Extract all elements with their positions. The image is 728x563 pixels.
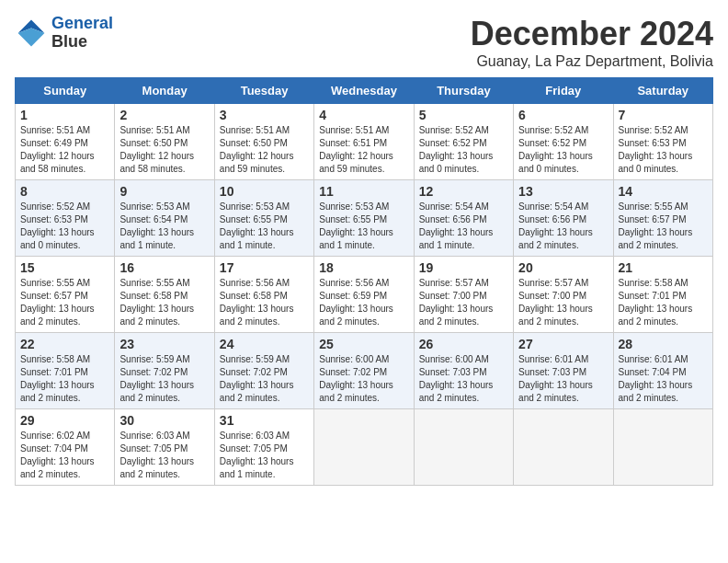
day-number: 17 — [220, 260, 309, 275]
day-number: 7 — [619, 108, 708, 122]
day-number: 30 — [119, 413, 209, 428]
day-info: Sunrise: 5:52 AMSunset: 6:52 PMDaylight:… — [419, 124, 508, 176]
calendar-cell: 17Sunrise: 5:56 AMSunset: 6:58 PMDayligh… — [214, 257, 313, 333]
calendar-cell: 8Sunrise: 5:52 AMSunset: 6:53 PMDaylight… — [16, 180, 115, 257]
calendar-cell: 24Sunrise: 5:59 AMSunset: 7:02 PMDayligh… — [214, 333, 313, 409]
day-info: Sunrise: 5:55 AMSunset: 6:57 PMDaylight:… — [619, 201, 708, 252]
calendar-cell: 28Sunrise: 6:01 AMSunset: 7:04 PMDayligh… — [613, 333, 712, 409]
day-number: 26 — [419, 337, 508, 351]
day-number: 28 — [619, 337, 708, 351]
day-number: 24 — [220, 337, 309, 351]
day-info: Sunrise: 5:51 AMSunset: 6:49 PMDaylight:… — [20, 124, 109, 176]
calendar-cell: 26Sunrise: 6:00 AMSunset: 7:03 PMDayligh… — [414, 333, 513, 409]
day-info: Sunrise: 5:53 AMSunset: 6:54 PMDaylight:… — [119, 201, 209, 252]
day-info: Sunrise: 5:56 AMSunset: 6:58 PMDaylight:… — [220, 277, 309, 328]
logo: General Blue — [15, 15, 113, 52]
day-info: Sunrise: 5:52 AMSunset: 6:53 PMDaylight:… — [619, 124, 708, 176]
calendar-cell: 6Sunrise: 5:52 AMSunset: 6:52 PMDaylight… — [514, 104, 613, 180]
day-number: 11 — [319, 184, 408, 199]
title-area: December 2024 Guanay, La Paz Department,… — [471, 15, 713, 70]
day-number: 22 — [20, 337, 109, 351]
calendar-cell: 12Sunrise: 5:54 AMSunset: 6:56 PMDayligh… — [414, 180, 513, 257]
day-info: Sunrise: 5:52 AMSunset: 6:52 PMDaylight:… — [518, 124, 608, 176]
day-number: 14 — [619, 184, 708, 199]
day-info: Sunrise: 5:53 AMSunset: 6:55 PMDaylight:… — [319, 201, 408, 252]
day-number: 16 — [119, 260, 209, 275]
calendar-week-1: 1Sunrise: 5:51 AMSunset: 6:49 PMDaylight… — [16, 104, 713, 180]
logo-text: General Blue — [51, 15, 113, 52]
day-number: 23 — [119, 337, 209, 351]
day-info: Sunrise: 6:00 AMSunset: 7:02 PMDaylight:… — [319, 353, 408, 405]
calendar-cell: 15Sunrise: 5:55 AMSunset: 6:57 PMDayligh… — [16, 257, 115, 333]
calendar-cell: 11Sunrise: 5:53 AMSunset: 6:55 PMDayligh… — [314, 180, 414, 257]
day-info: Sunrise: 5:51 AMSunset: 6:50 PMDaylight:… — [220, 124, 309, 176]
calendar-cell: 25Sunrise: 6:00 AMSunset: 7:02 PMDayligh… — [314, 333, 414, 409]
day-number: 19 — [419, 260, 508, 275]
day-info: Sunrise: 6:02 AMSunset: 7:04 PMDaylight:… — [20, 430, 109, 481]
calendar-cell: 22Sunrise: 5:58 AMSunset: 7:01 PMDayligh… — [16, 333, 115, 409]
day-number: 29 — [20, 413, 109, 428]
day-number: 4 — [319, 108, 408, 122]
day-info: Sunrise: 5:59 AMSunset: 7:02 PMDaylight:… — [220, 353, 309, 405]
calendar-cell: 14Sunrise: 5:55 AMSunset: 6:57 PMDayligh… — [613, 180, 712, 257]
day-number: 27 — [518, 337, 608, 351]
day-number: 12 — [419, 184, 508, 199]
col-sunday: Sunday — [16, 78, 115, 104]
calendar-cell — [514, 409, 613, 486]
calendar-cell: 7Sunrise: 5:52 AMSunset: 6:53 PMDaylight… — [613, 104, 712, 180]
day-info: Sunrise: 5:55 AMSunset: 6:57 PMDaylight:… — [20, 277, 109, 328]
col-friday: Friday — [514, 78, 613, 104]
day-info: Sunrise: 5:55 AMSunset: 6:58 PMDaylight:… — [119, 277, 209, 328]
day-info: Sunrise: 5:54 AMSunset: 6:56 PMDaylight:… — [518, 201, 608, 252]
calendar-cell: 19Sunrise: 5:57 AMSunset: 7:00 PMDayligh… — [414, 257, 513, 333]
day-info: Sunrise: 5:51 AMSunset: 6:51 PMDaylight:… — [319, 124, 408, 176]
day-info: Sunrise: 5:53 AMSunset: 6:55 PMDaylight:… — [220, 201, 309, 252]
calendar-cell: 2Sunrise: 5:51 AMSunset: 6:50 PMDaylight… — [115, 104, 214, 180]
day-info: Sunrise: 5:51 AMSunset: 6:50 PMDaylight:… — [119, 124, 209, 176]
calendar-cell: 20Sunrise: 5:57 AMSunset: 7:00 PMDayligh… — [514, 257, 613, 333]
calendar-cell: 9Sunrise: 5:53 AMSunset: 6:54 PMDaylight… — [115, 180, 214, 257]
calendar-cell: 16Sunrise: 5:55 AMSunset: 6:58 PMDayligh… — [115, 257, 214, 333]
day-info: Sunrise: 5:54 AMSunset: 6:56 PMDaylight:… — [419, 201, 508, 252]
calendar-body: 1Sunrise: 5:51 AMSunset: 6:49 PMDaylight… — [16, 104, 713, 486]
calendar-cell: 31Sunrise: 6:03 AMSunset: 7:05 PMDayligh… — [214, 409, 313, 486]
day-number: 25 — [319, 337, 408, 351]
calendar-header: Sunday Monday Tuesday Wednesday Thursday… — [16, 78, 713, 104]
day-number: 2 — [119, 108, 209, 122]
calendar-cell: 30Sunrise: 6:03 AMSunset: 7:05 PMDayligh… — [115, 409, 214, 486]
header: General Blue December 2024 Guanay, La Pa… — [15, 15, 713, 70]
day-number: 13 — [518, 184, 608, 199]
calendar-cell: 29Sunrise: 6:02 AMSunset: 7:04 PMDayligh… — [16, 409, 115, 486]
calendar-week-2: 8Sunrise: 5:52 AMSunset: 6:53 PMDaylight… — [16, 180, 713, 257]
col-wednesday: Wednesday — [314, 78, 414, 104]
day-number: 5 — [419, 108, 508, 122]
calendar-cell: 4Sunrise: 5:51 AMSunset: 6:51 PMDaylight… — [314, 104, 414, 180]
day-info: Sunrise: 5:59 AMSunset: 7:02 PMDaylight:… — [119, 353, 209, 405]
day-number: 1 — [20, 108, 109, 122]
day-number: 6 — [518, 108, 608, 122]
calendar-cell: 13Sunrise: 5:54 AMSunset: 6:56 PMDayligh… — [514, 180, 613, 257]
col-thursday: Thursday — [414, 78, 513, 104]
calendar-cell: 5Sunrise: 5:52 AMSunset: 6:52 PMDaylight… — [414, 104, 513, 180]
calendar-cell: 10Sunrise: 5:53 AMSunset: 6:55 PMDayligh… — [214, 180, 313, 257]
calendar-cell: 27Sunrise: 6:01 AMSunset: 7:03 PMDayligh… — [514, 333, 613, 409]
day-info: Sunrise: 6:01 AMSunset: 7:04 PMDaylight:… — [619, 353, 708, 405]
day-info: Sunrise: 5:58 AMSunset: 7:01 PMDaylight:… — [20, 353, 109, 405]
calendar-table: Sunday Monday Tuesday Wednesday Thursday… — [15, 77, 713, 486]
calendar-cell: 23Sunrise: 5:59 AMSunset: 7:02 PMDayligh… — [115, 333, 214, 409]
calendar-week-5: 29Sunrise: 6:02 AMSunset: 7:04 PMDayligh… — [16, 409, 713, 486]
location-title: Guanay, La Paz Department, Bolivia — [471, 53, 713, 70]
calendar-week-3: 15Sunrise: 5:55 AMSunset: 6:57 PMDayligh… — [16, 257, 713, 333]
col-monday: Monday — [115, 78, 214, 104]
day-number: 21 — [619, 260, 708, 275]
day-info: Sunrise: 6:03 AMSunset: 7:05 PMDaylight:… — [119, 430, 209, 481]
calendar-cell — [613, 409, 712, 486]
day-info: Sunrise: 6:00 AMSunset: 7:03 PMDaylight:… — [419, 353, 508, 405]
calendar-cell: 1Sunrise: 5:51 AMSunset: 6:49 PMDaylight… — [16, 104, 115, 180]
day-number: 3 — [220, 108, 309, 122]
calendar-cell: 21Sunrise: 5:58 AMSunset: 7:01 PMDayligh… — [613, 257, 712, 333]
day-number: 18 — [319, 260, 408, 275]
day-number: 20 — [518, 260, 608, 275]
logo-icon — [15, 17, 48, 50]
day-info: Sunrise: 5:56 AMSunset: 6:59 PMDaylight:… — [319, 277, 408, 328]
